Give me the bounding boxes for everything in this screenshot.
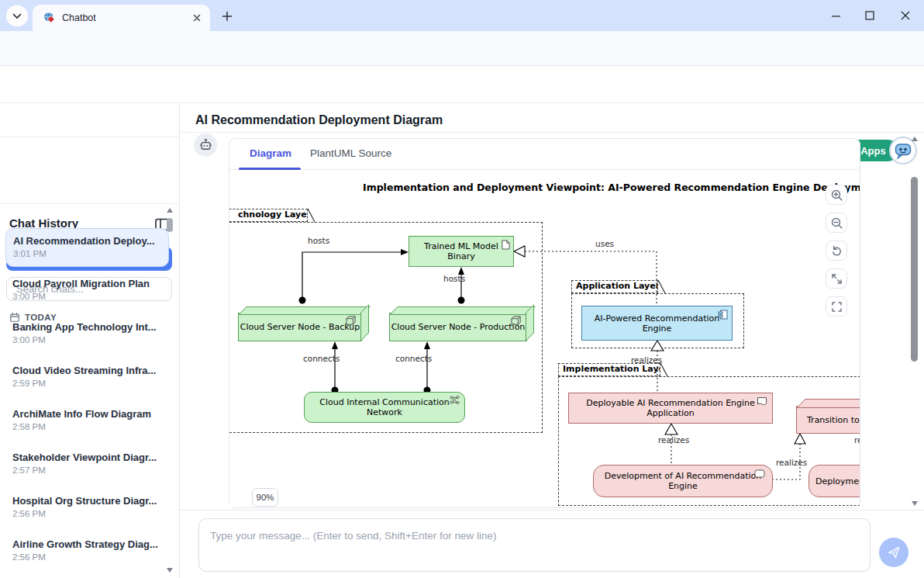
tab-bar: Diagram PlantUML Source — [229, 139, 860, 170]
edge-label-realizes: realizes — [776, 458, 807, 467]
chat-item-time: 3:00 PM — [12, 292, 162, 301]
chat-item-6[interactable]: Hospital Org Structure Diagr... 2:56 PM — [5, 489, 169, 528]
reset-icon — [830, 244, 843, 257]
favicon-visual-paradigm — [43, 12, 56, 24]
node-cube-icon — [346, 316, 357, 326]
close-icon — [900, 10, 911, 21]
chat-item-3[interactable]: Cloud Video Streaming Infra... 2:59 PM — [5, 358, 169, 397]
chat-item-7[interactable]: Airline Growth Strategy Diag... 2:56 PM — [5, 532, 169, 571]
node-cloud-server-production: Cloud Server Node - Production — [389, 313, 527, 341]
fullscreen-button[interactable] — [826, 296, 847, 317]
chat-item-0[interactable]: AI Recommendation Deploy... 3:01 PM — [5, 228, 169, 267]
composer-divider — [180, 510, 924, 511]
sidebar-scroll-thumb[interactable] — [167, 218, 173, 232]
robot-icon — [198, 138, 213, 153]
chat-item-title: Airline Growth Strategy Diag... — [12, 538, 162, 550]
tab-plantuml-source[interactable]: PlantUML Source — [310, 147, 391, 159]
chat-item-1[interactable]: Cloud Payroll Migration Plan 3:00 PM — [5, 272, 169, 310]
sidebar-divider-2 — [0, 203, 180, 204]
tab-search-button[interactable] — [6, 5, 28, 26]
node-deployment: Deployment — [808, 465, 860, 497]
node-cube-icon — [511, 316, 522, 326]
browser-tab-chatbot[interactable]: Chatbot — [33, 5, 210, 31]
chat-item-time: 2:56 PM — [12, 509, 162, 518]
main-divider — [180, 132, 924, 133]
zoom-level-badge: 90% — [252, 488, 278, 507]
chatbot-face-icon — [893, 140, 913, 161]
window-maximize-button[interactable] — [854, 4, 885, 27]
fullscreen-icon — [830, 300, 843, 313]
chat-item-time: 2:56 PM — [12, 552, 162, 562]
chat-item-title: Banking App Technology Int... — [12, 321, 162, 333]
work-package-icon — [754, 469, 765, 478]
edge-label-connects: connects — [395, 354, 432, 363]
main-scroll-up[interactable] — [912, 137, 918, 141]
diagram-card: Diagram PlantUML Source Implementation a… — [229, 138, 860, 508]
sidebar-scroll-down[interactable] — [167, 568, 173, 573]
sidebar: Chat History + New Chat TODAY AI Recomme… — [0, 103, 180, 578]
zoom-out-button[interactable] — [826, 213, 847, 233]
zoom-out-icon — [830, 216, 843, 230]
chat-item-time: 2:58 PM — [12, 422, 162, 431]
tab-diagram[interactable]: Diagram — [250, 147, 291, 159]
chat-item-4[interactable]: ArchiMate Info Flow Diagram 2:58 PM — [5, 402, 169, 441]
chat-item-title: ArchiMate Info Flow Diagram — [12, 408, 162, 420]
zoom-in-button[interactable] — [826, 185, 847, 205]
chat-item-title: Hospital Org Structure Diagr... — [12, 495, 162, 507]
new-tab-button[interactable] — [217, 7, 237, 26]
main-scroll-thumb[interactable] — [911, 177, 918, 362]
edge-label-hosts: hosts — [443, 274, 465, 283]
minimize-icon — [831, 11, 841, 21]
node-deployable-application: Deployable AI Recommendation Engine Appl… — [568, 393, 773, 424]
send-button[interactable] — [879, 538, 908, 567]
chat-item-title: AI Recommendation Deploy... — [13, 235, 161, 247]
page-title: AI Recommendation Deployment Diagram — [195, 113, 443, 127]
chat-item-title: Cloud Payroll Migration Plan — [12, 278, 162, 289]
app-window: Chatbot ai-toolbox.visual-paradigm.com/a… — [0, 0, 924, 578]
browser-titlebar: Chatbot — [0, 0, 924, 31]
tab-close-icon[interactable] — [191, 12, 202, 23]
chat-item-5[interactable]: Stakeholder Viewpoint Diagr... 2:57 PM — [5, 445, 169, 484]
chat-item-time: 2:57 PM — [12, 466, 162, 475]
send-plane-icon — [887, 545, 901, 559]
app-header: Chatbot Powered by Visual Paradigm More … — [0, 66, 924, 103]
message-input[interactable] — [198, 518, 871, 572]
tab-active-underline — [239, 168, 301, 170]
artifact-icon — [502, 240, 510, 250]
zoom-in-icon — [830, 189, 843, 202]
diagram-canvas[interactable]: Implementation and Deployment Viewpoint:… — [229, 171, 860, 507]
node-transition: Transition to A — [796, 406, 860, 434]
node-label: Cloud Internal Communication Network — [305, 397, 464, 417]
chat-item-time: 3:00 PM — [12, 335, 162, 344]
browser-toolbar: ai-toolbox.visual-paradigm.com/app/chatb… — [0, 31, 924, 66]
sidebar-scroll-up[interactable] — [167, 208, 173, 213]
edge-label-realizes: realizes — [631, 355, 662, 365]
reset-view-button[interactable] — [826, 241, 847, 261]
chat-item-2[interactable]: Banking App Technology Int... 3:00 PM — [5, 315, 169, 354]
chat-item-time: 2:59 PM — [12, 379, 162, 388]
sidebar-divider — [0, 137, 180, 137]
component-icon — [718, 310, 728, 320]
node-label: Cloud Server Node - Backup — [240, 322, 360, 332]
node-label: Cloud Server Node - Production — [391, 322, 526, 332]
node-cloud-server-backup: Cloud Server Node - Backup — [238, 313, 362, 341]
edge-label-connects: connects — [303, 354, 340, 363]
node-label: Development of AI Recommendation Engine — [594, 471, 772, 491]
window-minimize-button[interactable] — [820, 4, 851, 27]
bot-message-avatar — [194, 133, 217, 157]
node-label: AI-Powered Recommendation Engine — [582, 313, 732, 334]
window-close-button[interactable] — [890, 4, 921, 27]
chat-item-title: Stakeholder Viewpoint Diagr... — [12, 452, 162, 463]
node-label: Trained ML Model Binary — [409, 241, 513, 261]
node-label: Deployable AI Recommendation Engine Appl… — [569, 398, 772, 418]
node-communication-network: Cloud Internal Communication Network — [304, 392, 465, 423]
chat-item-time: 3:01 PM — [13, 249, 161, 258]
edge-label-realizes-clipped: realizes — [854, 435, 860, 445]
node-trained-ml-model: Trained ML Model Binary — [409, 236, 514, 267]
plus-icon — [222, 11, 233, 22]
node-label: Deployment — [815, 476, 860, 486]
expand-button[interactable] — [826, 268, 847, 289]
main-scroll-down[interactable] — [912, 501, 918, 506]
node-recommendation-engine: AI-Powered Recommendation Engine — [581, 306, 733, 341]
maximize-icon — [865, 11, 874, 20]
